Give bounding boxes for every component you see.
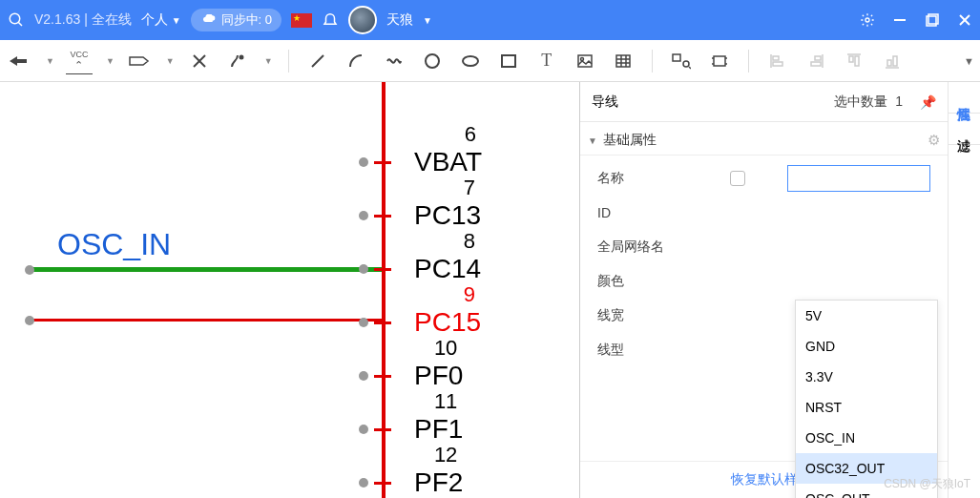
pin-12[interactable]: 12PF2 — [365, 467, 463, 498]
name-dropdown[interactable]: 5VGND3.3VNRSTOSC_INOSC32_OUTOSC_OUTD+ — [795, 300, 938, 498]
tool-arrow[interactable] — [6, 48, 32, 74]
settings-icon[interactable] — [860, 12, 875, 28]
svg-rect-35 — [811, 62, 821, 66]
dropdown-option[interactable]: 5V — [796, 301, 937, 331]
svg-line-1 — [18, 22, 22, 26]
wire-endpoint[interactable] — [25, 316, 34, 325]
prop-netname-row: 全局网络名 — [580, 230, 948, 264]
prop-id-row: ID — [580, 196, 948, 230]
maximize-button[interactable] — [925, 12, 940, 28]
main: OSC_IN 6VBAT7PC138PC149PC1510PF011PF112P… — [0, 82, 980, 498]
tool-text[interactable]: T — [533, 48, 560, 74]
canvas[interactable]: OSC_IN 6VBAT7PC138PC149PC1510PF011PF112P… — [0, 82, 579, 498]
chevron-down-icon[interactable]: ▼ — [423, 15, 432, 26]
minimize-button[interactable] — [892, 12, 907, 28]
prop-label: ID — [597, 205, 693, 220]
align-left[interactable] — [764, 48, 791, 74]
divider — [288, 50, 289, 73]
wire-osc-in[interactable] — [29, 267, 382, 272]
chevron-down-icon[interactable]: ▼ — [106, 56, 115, 66]
chevron-down-icon[interactable]: ▼ — [264, 56, 273, 66]
dropdown-option[interactable]: 3.3V — [796, 362, 937, 392]
svg-rect-22 — [673, 54, 680, 61]
triangle-down-icon: ▼ — [588, 135, 597, 146]
tool-bus[interactable] — [224, 48, 251, 74]
align-right[interactable] — [803, 48, 829, 74]
workspace-label: 个人 — [141, 11, 168, 29]
pin-label: PC15 — [414, 307, 481, 338]
chevron-down-icon[interactable]: ▼ — [46, 56, 54, 66]
pin-icon[interactable]: 📌 — [920, 94, 936, 110]
svg-rect-40 — [887, 60, 891, 66]
workspace-selector[interactable]: 个人▼ — [141, 11, 181, 29]
name-input[interactable] — [787, 165, 930, 192]
svg-rect-37 — [849, 56, 853, 62]
tab-filter[interactable]: 过滤 — [949, 114, 980, 145]
search-icon[interactable] — [8, 11, 25, 29]
svg-rect-25 — [714, 56, 725, 66]
sync-badge[interactable]: 同步中: 0 — [191, 9, 281, 31]
prop-label: 线型 — [597, 342, 693, 359]
prop-label: 颜色 — [597, 273, 693, 290]
properties-panel: 导线 选中数量 1 📌 ▼ 基础属性 ⚙ 名称 ID 全局网络 — [579, 82, 980, 498]
pin-11[interactable]: 11PF1 — [365, 414, 463, 445]
chevron-down-icon: ▼ — [172, 15, 181, 26]
net-label[interactable]: OSC_IN — [57, 227, 171, 262]
pin-label: PC13 — [414, 200, 481, 231]
tool-line[interactable] — [304, 48, 331, 74]
tool-vcc[interactable]: VCC⌃ — [66, 48, 93, 74]
flag-cn-icon[interactable] — [291, 13, 312, 28]
titlebar: V2.1.63 | 全在线 个人▼ 同步中: 0 天狼 ▼ — [0, 0, 980, 40]
toolbar: ▼ VCC⌃▼ ▼ ▼ T ▼ — [0, 40, 980, 82]
close-button[interactable] — [957, 12, 972, 28]
pin-8[interactable]: 8PC14 — [365, 254, 481, 284]
tool-arc[interactable] — [343, 48, 369, 74]
tool-rect[interactable] — [495, 48, 522, 74]
svg-point-10 — [240, 55, 242, 58]
pin-label: PF1 — [414, 414, 463, 445]
pin-label: VBAT — [414, 147, 482, 177]
tool-package[interactable] — [706, 48, 733, 74]
tool-drc[interactable] — [668, 48, 695, 74]
wire-selected[interactable] — [29, 319, 382, 322]
chevron-down-icon[interactable]: ▼ — [166, 56, 175, 66]
tool-ellipse[interactable] — [457, 48, 484, 74]
tab-properties[interactable]: 属性 — [949, 82, 980, 114]
chevron-down-icon[interactable]: ▼ — [964, 55, 974, 67]
tool-curve[interactable] — [381, 48, 407, 74]
count-value: 1 — [895, 93, 903, 109]
pin-7[interactable]: 7PC13 — [365, 200, 481, 231]
divider — [652, 50, 653, 73]
dropdown-option[interactable]: NRST — [796, 392, 937, 423]
bell-icon[interactable] — [322, 10, 339, 31]
wire-endpoint[interactable] — [25, 265, 34, 275]
pin-6[interactable]: 6VBAT — [365, 147, 482, 177]
align-top[interactable] — [841, 48, 867, 74]
panel-title: 导线 — [592, 93, 618, 111]
avatar[interactable] — [348, 6, 377, 34]
dropdown-option[interactable]: GND — [796, 331, 937, 362]
pin-10[interactable]: 10PF0 — [365, 361, 463, 391]
pin-9[interactable]: 9PC15 — [365, 307, 481, 338]
svg-rect-34 — [815, 56, 821, 60]
svg-rect-14 — [502, 55, 515, 67]
watermark: CSDN @天狼IoT — [884, 476, 970, 492]
section-header[interactable]: ▼ 基础属性 ⚙ — [580, 126, 948, 156]
tool-noconnect[interactable] — [186, 48, 213, 74]
align-bottom[interactable] — [879, 48, 906, 74]
tool-table[interactable] — [610, 48, 636, 74]
svg-point-0 — [10, 13, 20, 24]
prop-label: 名称 — [597, 170, 693, 187]
svg-rect-31 — [773, 56, 779, 60]
tool-circle[interactable] — [419, 48, 446, 74]
tool-image[interactable] — [572, 48, 598, 74]
panel-header: 导线 选中数量 1 📌 — [580, 82, 948, 122]
svg-point-16 — [580, 57, 583, 60]
gear-icon[interactable]: ⚙ — [928, 132, 940, 149]
username: 天狼 — [386, 11, 413, 29]
tool-net-port[interactable] — [126, 48, 153, 74]
dropdown-option[interactable]: OSC_IN — [796, 423, 937, 453]
count-label: 选中数量 — [834, 93, 887, 109]
prop-color-row: 颜色 — [580, 264, 948, 299]
checkbox[interactable] — [730, 171, 745, 186]
